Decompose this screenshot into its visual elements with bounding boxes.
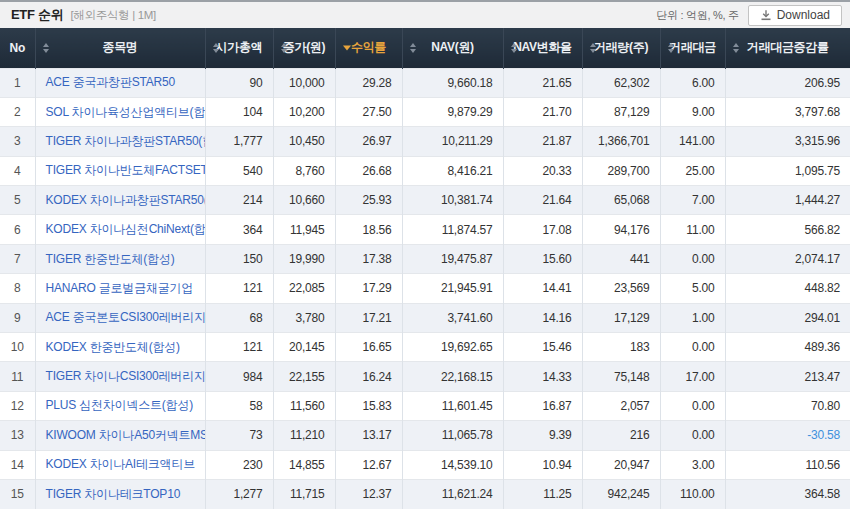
cell-trade_value: 25.00 <box>660 156 725 185</box>
etf-name-link[interactable]: KODEX 한중반도체(합성) <box>35 333 205 362</box>
cell-no: 1 <box>0 68 35 97</box>
table-row: 4TIGER 차이나반도체FACTSET5408,76026.688,416.2… <box>0 156 850 185</box>
column-header-trade_value_change[interactable]: 거래대금증감률 <box>725 28 850 68</box>
etf-name-link[interactable]: KODEX 차이나과창판STAR50(합성) <box>35 186 205 215</box>
cell-nav_change: 21.87 <box>503 127 582 156</box>
cell-change_won: 22,085 <box>273 274 335 303</box>
cell-nav: 19,475.87 <box>402 244 503 273</box>
column-header-change_won[interactable]: 증가(원) <box>273 28 335 68</box>
cell-market_cap: 1,277 <box>205 479 273 508</box>
cell-trade_value_change: 3,797.68 <box>725 97 850 126</box>
etf-name-link[interactable]: TIGER 차이나반도체FACTSET <box>35 156 205 185</box>
column-header-nav[interactable]: NAV(원) <box>402 28 503 68</box>
table-header-row: No종목명시가총액증가(원)수익률NAV(원)NAV변화율거래량(주)거래대금거… <box>0 28 850 68</box>
column-label: 거래대금 <box>669 40 716 54</box>
column-label: 수익률 <box>351 40 386 54</box>
column-label: 거래량(주) <box>594 40 648 54</box>
cell-trade_value: 0.00 <box>660 333 725 362</box>
cell-trade_value_change: 206.95 <box>725 68 850 97</box>
cell-volume: 289,700 <box>582 156 660 185</box>
column-header-market_cap[interactable]: 시가총액 <box>205 28 273 68</box>
etf-name-link[interactable]: PLUS 심천차이넥스트(합성) <box>35 391 205 420</box>
cell-trade_value_change: 448.82 <box>725 274 850 303</box>
cell-trade_value_change: 566.82 <box>725 215 850 244</box>
etf-name-link[interactable]: TIGER 차이나과창판STAR50(합성) <box>35 127 205 156</box>
cell-no: 11 <box>0 362 35 391</box>
cell-nav_change: 16.87 <box>503 391 582 420</box>
cell-nav_change: 15.60 <box>503 244 582 273</box>
etf-name-link[interactable]: TIGER 한중반도체(합성) <box>35 244 205 273</box>
cell-trade_value_change: 294.01 <box>725 303 850 332</box>
cell-market_cap: 73 <box>205 421 273 450</box>
cell-volume: 17,129 <box>582 303 660 332</box>
sort-both-icon <box>281 43 287 53</box>
etf-name-link[interactable]: TIGER 차이나CSI300레버리지(합성) <box>35 362 205 391</box>
cell-return_pct: 26.68 <box>335 156 402 185</box>
cell-market_cap: 540 <box>205 156 273 185</box>
download-button[interactable]: Download <box>748 5 842 26</box>
column-header-volume[interactable]: 거래량(주) <box>582 28 660 68</box>
etf-name-link[interactable]: TIGER 차이나테크TOP10 <box>35 479 205 508</box>
etf-name-link[interactable]: SOL 차이나육성산업액티브(합성) <box>35 97 205 126</box>
cell-nav_change: 14.33 <box>503 362 582 391</box>
cell-return_pct: 17.21 <box>335 303 402 332</box>
cell-nav: 10,211.29 <box>402 127 503 156</box>
cell-nav: 9,660.18 <box>402 68 503 97</box>
cell-return_pct: 16.65 <box>335 333 402 362</box>
column-header-no: No <box>0 28 35 68</box>
cell-trade_value_change: -30.58 <box>725 421 850 450</box>
etf-name-link[interactable]: KODEX 차이나AI테크액티브 <box>35 450 205 479</box>
cell-volume: 20,947 <box>582 450 660 479</box>
table-row: 5KODEX 차이나과창판STAR50(합성)21410,66025.9310,… <box>0 186 850 215</box>
cell-nav_change: 21.70 <box>503 97 582 126</box>
cell-change_won: 11,210 <box>273 421 335 450</box>
etf-name-link[interactable]: ACE 중국본토CSI300레버리지(합성) <box>35 303 205 332</box>
etf-name-link[interactable]: KIWOOM 차이나A50커넥트MSCI <box>35 421 205 450</box>
cell-no: 9 <box>0 303 35 332</box>
column-header-nav_change[interactable]: NAV변화율 <box>503 28 582 68</box>
cell-volume: 94,176 <box>582 215 660 244</box>
cell-market_cap: 230 <box>205 450 273 479</box>
table-row: 7TIGER 한중반도체(합성)15019,99017.3819,475.871… <box>0 244 850 273</box>
column-header-trade_value[interactable]: 거래대금 <box>660 28 725 68</box>
etf-ranking-table: No종목명시가총액증가(원)수익률NAV(원)NAV변화율거래량(주)거래대금거… <box>0 28 850 509</box>
cell-market_cap: 1,777 <box>205 127 273 156</box>
column-label: 증가(원) <box>283 40 326 54</box>
etf-name-link[interactable]: HANARO 글로벌금채굴기업 <box>35 274 205 303</box>
column-header-name[interactable]: 종목명 <box>35 28 205 68</box>
cell-trade_value_change: 364.58 <box>725 479 850 508</box>
cell-trade_value: 0.00 <box>660 244 725 273</box>
column-header-return_pct[interactable]: 수익률 <box>335 28 402 68</box>
cell-nav_change: 11.25 <box>503 479 582 508</box>
cell-nav_change: 9.39 <box>503 421 582 450</box>
cell-change_won: 20,145 <box>273 333 335 362</box>
cell-return_pct: 15.83 <box>335 391 402 420</box>
sort-both-icon <box>511 43 517 53</box>
etf-name-link[interactable]: ACE 중국과창판STAR50 <box>35 68 205 97</box>
cell-nav: 14,539.10 <box>402 450 503 479</box>
cell-nav_change: 14.16 <box>503 303 582 332</box>
cell-nav_change: 20.33 <box>503 156 582 185</box>
column-label: NAV변화율 <box>513 40 572 54</box>
sort-both-icon <box>410 43 416 53</box>
cell-volume: 1,366,701 <box>582 127 660 156</box>
cell-volume: 65,068 <box>582 186 660 215</box>
cell-no: 5 <box>0 186 35 215</box>
cell-market_cap: 984 <box>205 362 273 391</box>
cell-trade_value: 141.00 <box>660 127 725 156</box>
cell-volume: 62,302 <box>582 68 660 97</box>
download-icon <box>760 9 772 21</box>
cell-return_pct: 13.17 <box>335 421 402 450</box>
cell-trade_value: 0.00 <box>660 421 725 450</box>
sort-both-icon <box>43 43 49 53</box>
table-row: 2SOL 차이나육성산업액티브(합성)10410,20027.509,879.2… <box>0 97 850 126</box>
cell-trade_value: 17.00 <box>660 362 725 391</box>
column-label: NAV(원) <box>431 40 474 54</box>
cell-volume: 216 <box>582 421 660 450</box>
cell-nav: 22,168.15 <box>402 362 503 391</box>
cell-change_won: 11,560 <box>273 391 335 420</box>
etf-name-link[interactable]: KODEX 차이나심천ChiNext(합성) <box>35 215 205 244</box>
table-row: 13KIWOOM 차이나A50커넥트MSCI7311,21013.1711,06… <box>0 421 850 450</box>
column-label: 거래대금증감률 <box>747 40 829 54</box>
cell-trade_value: 11.00 <box>660 215 725 244</box>
